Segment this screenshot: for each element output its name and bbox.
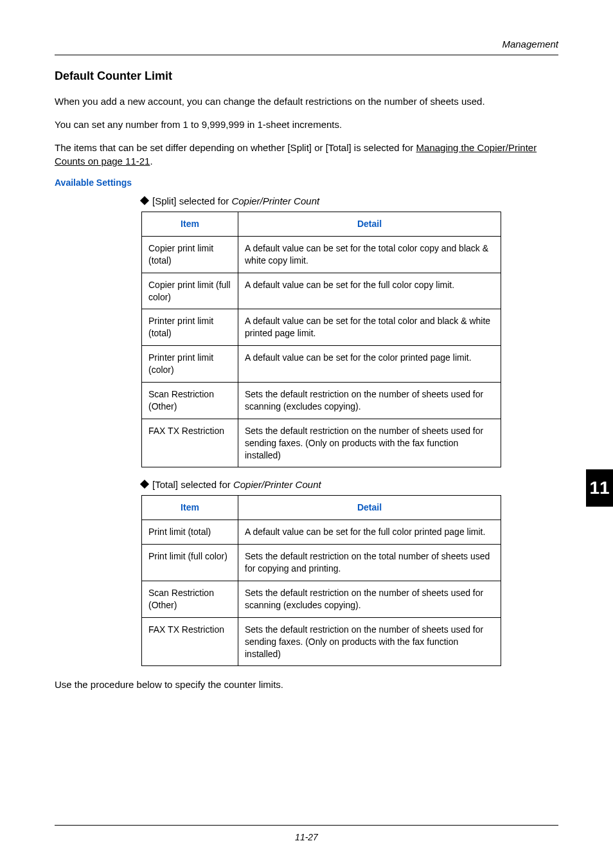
col-detail: Detail: [238, 212, 501, 237]
intro-paragraph-2: You can set any number from 1 to 9,999,9…: [55, 118, 558, 132]
header-rule: [55, 55, 558, 55]
diamond-bullet-icon: [140, 196, 149, 205]
col-detail: Detail: [238, 496, 501, 520]
intro-3-tail: .: [150, 156, 152, 167]
col-item: Item: [142, 212, 238, 237]
bullet-split-em: Copier/Printer Count: [231, 195, 319, 206]
available-settings-heading: Available Settings: [55, 177, 558, 188]
table-row: Print limit (total)A default value can b…: [142, 520, 501, 545]
cell-detail: Sets the default restriction on the numb…: [238, 419, 501, 467]
page-number: 11-27: [55, 832, 558, 842]
table-row: Copier print limit (full color)A default…: [142, 273, 501, 309]
table-row: Printer print limit (color)A default val…: [142, 346, 501, 383]
intro-3-text: The items that can be set differ dependi…: [55, 142, 416, 153]
cell-item: Copier print limit (total): [142, 236, 238, 273]
cell-item: FAX TX Restriction: [142, 617, 238, 666]
section-title: Default Counter Limit: [55, 69, 558, 83]
table-row: Printer print limit (total)A default val…: [142, 309, 501, 346]
cell-detail: A default value can be set for the color…: [238, 346, 501, 383]
table-row: Scan Restriction (Other)Sets the default…: [142, 581, 501, 618]
chapter-side-tab: 11: [586, 469, 613, 507]
cell-detail: A default value can be set for the full …: [238, 273, 501, 309]
cell-item: Scan Restriction (Other): [142, 383, 238, 419]
cell-item: FAX TX Restriction: [142, 419, 238, 467]
footer-rule: [55, 825, 558, 826]
cell-item: Print limit (full color): [142, 545, 238, 581]
col-item: Item: [142, 496, 238, 520]
cell-detail: Sets the default restriction on the numb…: [238, 383, 501, 419]
cell-detail: Sets the default restriction on the numb…: [238, 617, 501, 666]
intro-paragraph-3: The items that can be set differ dependi…: [55, 141, 558, 169]
cell-item: Printer print limit (total): [142, 309, 238, 346]
bullet-total-text: [Total] selected for: [152, 479, 233, 490]
closing-paragraph: Use the procedure below to specify the c…: [55, 678, 558, 692]
cell-item: Copier print limit (full color): [142, 273, 238, 309]
split-settings-table: Item Detail Copier print limit (total)A …: [141, 212, 501, 467]
cell-detail: Sets the default restriction on the numb…: [238, 581, 501, 618]
cell-detail: A default value can be set for the total…: [238, 236, 501, 273]
table-row: FAX TX RestrictionSets the default restr…: [142, 419, 501, 467]
table-row: Copier print limit (total)A default valu…: [142, 236, 501, 273]
table-header-row: Item Detail: [142, 212, 501, 237]
table-row: FAX TX RestrictionSets the default restr…: [142, 617, 501, 666]
cell-item: Scan Restriction (Other): [142, 581, 238, 618]
page-footer: 11-27: [55, 825, 558, 842]
cell-item: Print limit (total): [142, 520, 238, 545]
cell-detail: A default value can be set for the total…: [238, 309, 501, 346]
bullet-total-em: Copier/Printer Count: [233, 479, 321, 490]
table-row: Scan Restriction (Other)Sets the default…: [142, 383, 501, 419]
table-row: Print limit (full color)Sets the default…: [142, 545, 501, 581]
intro-paragraph-1: When you add a new account, you can chan…: [55, 95, 558, 109]
table-header-row: Item Detail: [142, 496, 501, 520]
diamond-bullet-icon: [140, 480, 149, 489]
cell-detail: Sets the default restriction on the tota…: [238, 545, 501, 581]
bullet-split: [Split] selected for Copier/Printer Coun…: [141, 195, 539, 206]
cell-item: Printer print limit (color): [142, 346, 238, 383]
bullet-split-text: [Split] selected for: [152, 195, 231, 206]
total-settings-table: Item Detail Print limit (total)A default…: [141, 495, 501, 666]
cell-detail: A default value can be set for the full …: [238, 520, 501, 545]
running-header: Management: [55, 39, 558, 50]
bullet-total: [Total] selected for Copier/Printer Coun…: [141, 479, 539, 490]
